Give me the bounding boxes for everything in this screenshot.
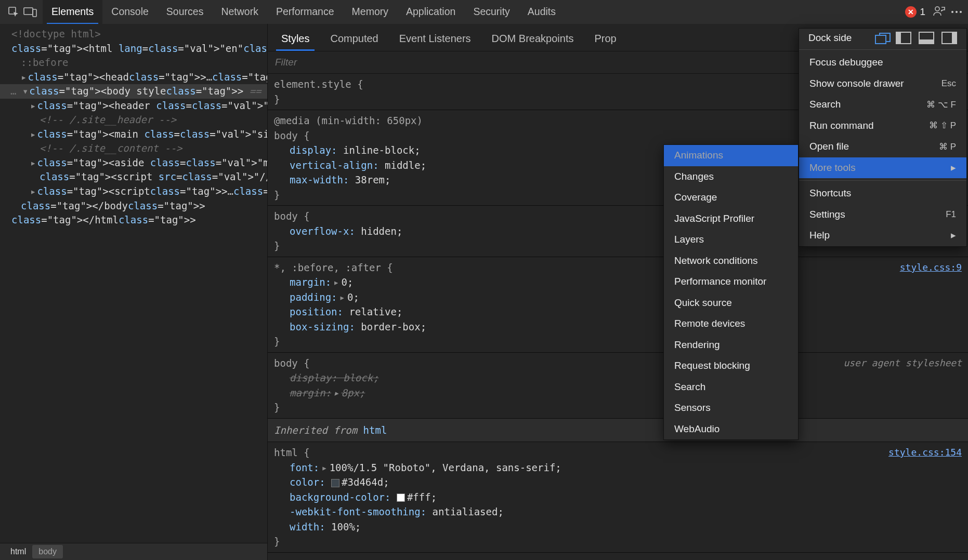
dom-node[interactable]: <!doctype html> <box>0 27 267 42</box>
menu-item-sensors[interactable]: Sensors <box>664 397 798 419</box>
tab-application[interactable]: Application <box>397 0 464 24</box>
dom-node[interactable]: ▸class="tag"><scriptclass="tag">>…class=… <box>0 184 267 199</box>
menu-item-rendering[interactable]: Rendering <box>664 335 798 356</box>
menu-item-javascript-profiler[interactable]: JavaScript Profiler <box>664 208 798 230</box>
menu-item-show-console-drawer[interactable]: Show console drawerEsc <box>799 73 966 95</box>
devtools-toolbar: ElementsConsoleSourcesNetworkPerformance… <box>0 0 968 24</box>
tab-sources[interactable]: Sources <box>158 0 213 24</box>
dom-node[interactable]: ▸class="tag"><main class=class="val">"si… <box>0 127 267 142</box>
menu-item-quick-source[interactable]: Quick source <box>664 292 798 314</box>
svg-point-3 <box>935 7 939 11</box>
dom-tree[interactable]: <!doctype html>class="tag"><html lang=cl… <box>0 24 267 543</box>
dom-node[interactable]: ::before <box>0 56 267 70</box>
tab-performance[interactable]: Performance <box>267 0 343 24</box>
crumb-html[interactable]: html <box>4 545 32 558</box>
tab-audits[interactable]: Audits <box>519 0 565 24</box>
tab-memory[interactable]: Memory <box>343 0 397 24</box>
svg-rect-1 <box>24 8 33 15</box>
crumb-body[interactable]: body <box>32 545 63 558</box>
error-badge[interactable]: ✕ 1 <box>905 6 925 18</box>
dom-node[interactable]: <!-- /.site__content --> <box>0 141 267 156</box>
dom-node[interactable]: ▸class="tag"><header class=class="val">"… <box>0 99 267 113</box>
error-count: 1 <box>920 6 925 18</box>
menu-item-open-file[interactable]: Open file⌘ P <box>799 136 966 157</box>
feedback-icon[interactable] <box>932 5 946 19</box>
menu-item-remote-devices[interactable]: Remote devices <box>664 313 798 335</box>
dom-node[interactable]: class="tag"></bodyclass="tag">> <box>0 199 267 214</box>
menu-item-more-tools[interactable]: More tools▸ <box>799 157 966 179</box>
dock-left-icon[interactable] <box>896 32 911 44</box>
css-rule[interactable]: style.css:9*, :before, :after {margin:▸0… <box>268 257 968 353</box>
menu-item-changes[interactable]: Changes <box>664 166 798 188</box>
menu-item-help[interactable]: Help▸ <box>799 225 966 246</box>
menu-item-network-conditions[interactable]: Network conditions <box>664 250 798 272</box>
svg-rect-2 <box>33 9 36 17</box>
menu-item-shortcuts[interactable]: Shortcuts <box>799 183 966 204</box>
menu-item-performance-monitor[interactable]: Performance monitor <box>664 271 798 292</box>
settings-menu[interactable]: Dock side Focus debuggeeShow console dra… <box>799 28 967 247</box>
dom-node[interactable]: ▸class="tag"><headclass="tag">>…class="t… <box>0 70 267 85</box>
dom-node[interactable]: ▸class="tag"><aside class=class="val">"m… <box>0 156 267 170</box>
dock-right-icon[interactable] <box>941 32 957 44</box>
dom-node[interactable]: class="tag"></htmlclass="tag">> <box>0 213 267 228</box>
source-link[interactable]: style.css:154 <box>888 445 962 459</box>
menu-item-webaudio[interactable]: WebAudio <box>664 419 798 440</box>
source-link[interactable]: style.css:9 <box>900 260 962 274</box>
subtab-dom-breakpoints[interactable]: DOM Breakpoints <box>481 26 584 51</box>
error-icon: ✕ <box>905 6 917 18</box>
more-tools-submenu[interactable]: AnimationsChangesCoverageJavaScript Prof… <box>663 144 799 440</box>
subtab-prop[interactable]: Prop <box>584 26 626 51</box>
inherited-header: Inherited from html <box>268 419 968 443</box>
dom-node[interactable]: <!-- /.site__header --> <box>0 113 267 127</box>
dock-side-label: Dock side <box>808 32 852 44</box>
menu-item-search[interactable]: Search <box>664 377 798 398</box>
menu-item-search[interactable]: Search⌘ ⌥ F <box>799 94 966 115</box>
tab-network[interactable]: Network <box>212 0 267 24</box>
subtab-styles[interactable]: Styles <box>271 26 320 51</box>
dock-side-row: Dock side <box>799 29 966 47</box>
dom-node[interactable]: class="tag"><html lang=class="val">"en"c… <box>0 42 267 56</box>
more-options-button[interactable] <box>951 11 962 13</box>
subtab-event-listeners[interactable]: Event Listeners <box>389 26 481 51</box>
menu-item-run-command[interactable]: Run command⌘ ⇧ P <box>799 115 966 137</box>
tab-elements[interactable]: Elements <box>43 0 102 24</box>
subtab-computed[interactable]: Computed <box>320 26 388 51</box>
inspect-icon[interactable] <box>6 5 21 19</box>
css-rule[interactable]: user agent stylesheetbody {display: bloc… <box>268 353 968 419</box>
menu-item-focus-debuggee[interactable]: Focus debuggee <box>799 52 966 73</box>
tab-console[interactable]: Console <box>102 0 158 24</box>
menu-item-layers[interactable]: Layers <box>664 229 798 250</box>
menu-item-animations[interactable]: Animations <box>664 145 798 166</box>
tab-security[interactable]: Security <box>464 0 518 24</box>
menu-item-settings[interactable]: SettingsF1 <box>799 204 966 225</box>
dom-node[interactable]: … ▾class="tag"><body styleclass="tag">> … <box>0 84 267 99</box>
panel-tabs: ElementsConsoleSourcesNetworkPerformance… <box>43 0 565 24</box>
dock-undock-icon[interactable] <box>875 33 888 43</box>
dock-bottom-icon[interactable] <box>919 32 934 44</box>
breadcrumb[interactable]: htmlbody <box>0 543 267 560</box>
device-toggle-icon[interactable] <box>23 5 37 19</box>
dom-node[interactable]: class="tag"><script src=class="val">"//c… <box>0 170 267 184</box>
menu-item-request-blocking[interactable]: Request blocking <box>664 355 798 377</box>
source-label: user agent stylesheet <box>843 356 962 370</box>
css-rule[interactable]: style.css:154html {font:▸100%/1.5 "Robot… <box>268 442 968 553</box>
menu-item-coverage[interactable]: Coverage <box>664 187 798 208</box>
